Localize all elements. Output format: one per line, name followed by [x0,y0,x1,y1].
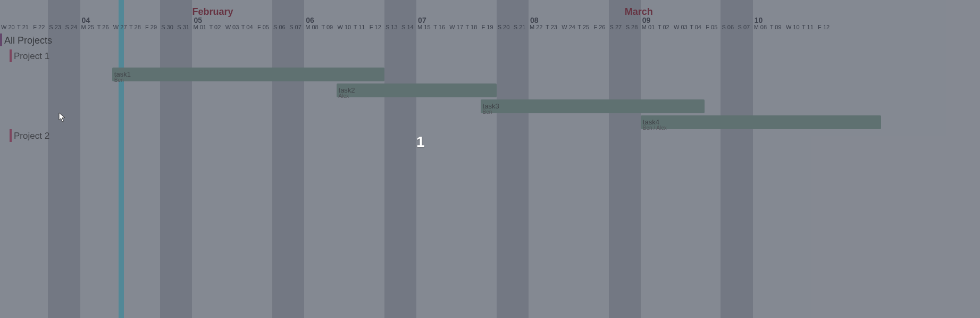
day-label: T 16 [433,24,445,30]
day-label: S 28 [626,24,638,30]
page-number: 1 [416,135,425,149]
day-label: F 22 [33,24,45,30]
day-label: T 11 [802,24,814,30]
day-label: T 09 [770,24,782,30]
group-all-projects[interactable]: All Projects [4,35,52,46]
day-label: T 21 [17,24,29,30]
day-label: W 27 [113,24,127,30]
day-label: M 01 [642,24,655,30]
day-label: T 28 [129,24,141,30]
task-owner: Ben / Alex [643,125,667,131]
task-bar-task2[interactable] [337,83,497,97]
week-label: 04 [82,16,90,24]
day-label: S 07 [289,24,301,30]
day-label: T 09 [321,24,333,30]
day-label: M 22 [530,24,542,30]
day-label: F 29 [145,24,157,30]
week-label: 08 [530,16,539,24]
group-project-2[interactable]: Project 2 [14,131,49,141]
group-project-1[interactable]: Project 1 [14,51,49,62]
day-label: T 02 [658,24,669,30]
day-label: W 24 [562,24,575,30]
day-label: S 20 [498,24,510,30]
day-label: F 05 [706,24,717,30]
task-owner: Alex [339,93,349,99]
task-bar-task4[interactable] [641,115,881,129]
task-bar-task3[interactable] [481,99,705,113]
day-label: W 10 [786,24,800,30]
day-label: T 11 [354,24,365,30]
day-label: F 05 [257,24,269,30]
day-label: T 23 [546,24,557,30]
week-label: 06 [306,16,314,24]
day-label: W 20 [1,24,15,30]
day-label: M 25 [81,24,94,30]
day-label: S 24 [65,24,77,30]
week-label: 10 [755,16,763,24]
day-label: M 08 [305,24,318,30]
day-label: S 07 [738,24,750,30]
task-owner: Ben [483,109,492,115]
day-label: W 10 [338,24,351,30]
week-label: 07 [418,16,426,24]
day-label: W 03 [674,24,688,30]
day-label: M 01 [193,24,206,30]
task-owner: Ben [114,77,124,83]
task-bar-task1[interactable] [112,68,384,81]
day-label: M 15 [417,24,430,30]
day-label: T 25 [577,24,589,30]
day-label: S 23 [49,24,61,30]
mouse-cursor-icon [58,112,67,123]
week-label: 05 [194,16,202,24]
day-label: W 03 [225,24,239,30]
day-label: T 04 [690,24,701,30]
day-label: T 26 [97,24,109,30]
day-label: S 30 [161,24,173,30]
day-label: T 04 [241,24,253,30]
day-label: S 13 [386,24,398,30]
day-label: S 21 [514,24,526,30]
day-label: T 02 [210,24,221,30]
day-label: F 26 [593,24,605,30]
day-label: F 19 [482,24,493,30]
day-label: M 08 [754,24,767,30]
day-label: T 18 [465,24,477,30]
day-label: S 31 [177,24,189,30]
day-label: F 12 [818,24,830,30]
day-label: S 14 [401,24,414,30]
day-label: F 12 [370,24,381,30]
day-label: W 17 [449,24,463,30]
week-label: 09 [642,16,651,24]
day-label: S 06 [273,24,286,30]
day-label: S 06 [722,24,734,30]
day-label: S 27 [610,24,622,30]
